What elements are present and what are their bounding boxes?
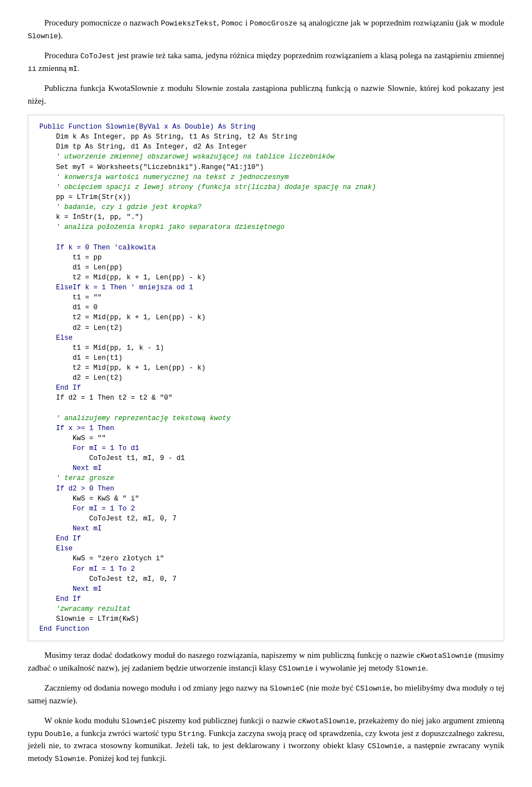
paragraph-2: Procedura CoToJest jest prawie też taka …	[28, 49, 504, 74]
paragraph-1: Procedury pomocnicze o nazwach PowiekszT…	[28, 17, 504, 42]
paragraph-6: W oknie kodu modułu SlownieC piszemy kod…	[28, 714, 504, 764]
paragraph-4: Musimy teraz dodać dodatkowy moduł do na…	[28, 649, 504, 674]
code-block-slownie: Public Function Slownie(ByVal x As Doubl…	[28, 115, 504, 641]
paragraph-3: Publiczna funkcja KwotaSlownie z modułu …	[28, 82, 504, 107]
paragraph-5: Zaczniemy od dodania nowego modułu i od …	[28, 682, 504, 707]
page-content: Procedury pomocnicze o nazwach PowiekszT…	[28, 17, 504, 764]
